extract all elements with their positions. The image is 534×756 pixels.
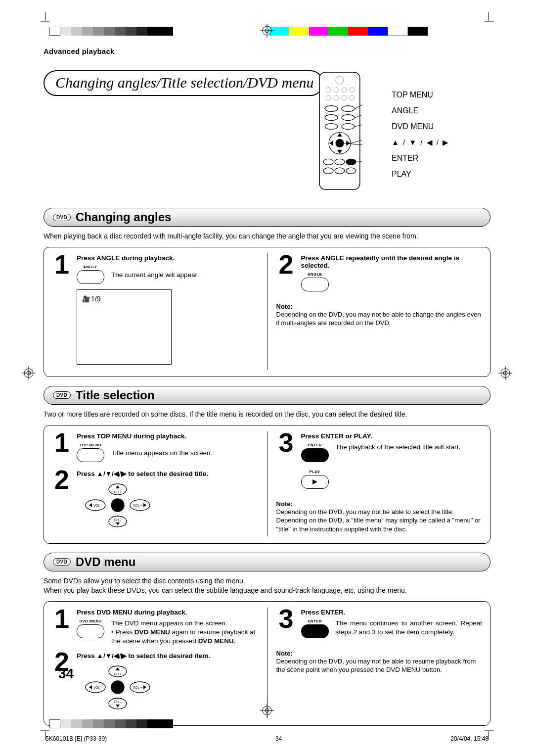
remote-label: ENTER — [392, 152, 449, 164]
crop-mark-icon — [485, 12, 498, 26]
footer-timestamp: 20/4/04, 15:48 — [450, 735, 489, 742]
steps-box: 1 Press DVD MENU during playback. DVD ME… — [44, 601, 490, 726]
top-menu-button-icon: TOP MENU — [77, 443, 104, 464]
section-heading: DVD Changing angles — [44, 208, 490, 227]
svg-text:VOL –: VOL – — [93, 504, 103, 507]
svg-text:VOL –: VOL – — [93, 686, 103, 689]
section-heading: DVD Title selection — [44, 386, 490, 405]
dvd-badge: DVD — [53, 214, 71, 221]
on-screen-display: 1/9 — [77, 289, 172, 365]
step-title: Press ENTER or PLAY. — [301, 432, 483, 440]
steps-box: 1 Press ANGLE during playback. ANGLE The… — [44, 247, 490, 377]
note-heading: Note: — [276, 303, 483, 310]
section-title-selection: DVD Title selection Two or more titles a… — [44, 386, 490, 544]
note-text: Depending on the DVD, you may not be abl… — [276, 508, 483, 534]
section-changing-angles: DVD Changing angles When playing back a … — [44, 208, 490, 377]
step-title: Press ▲/▼/◀/▶ to select the desired titl… — [77, 470, 258, 477]
note-text: Depending on the DVD, you may not be abl… — [276, 310, 483, 328]
section-title: DVD menu — [76, 555, 135, 569]
svg-rect-24 — [319, 72, 360, 189]
svg-point-44 — [346, 159, 356, 165]
section-heading: DVD DVD menu — [44, 553, 490, 571]
remote-control-icon — [317, 70, 362, 191]
step-number: 2 — [52, 651, 72, 713]
remote-label: TOP MENU — [392, 89, 449, 101]
section-header: Advanced playback — [44, 47, 490, 55]
page-content: Advanced playback Changing angles/Title … — [44, 47, 490, 707]
step-number: 1 — [52, 431, 72, 464]
enter-button-icon: ENTER — [301, 443, 329, 464]
svg-text:CH –: CH – — [114, 700, 122, 704]
step-title: Press DVD MENU during playback. — [77, 609, 258, 616]
dvd-badge: DVD — [53, 558, 71, 566]
dvd-menu-button-icon: DVD MENU — [77, 619, 104, 640]
footer-filename: 5K60101B [E] (P33-39) — [45, 735, 107, 742]
crop-mark-icon — [36, 12, 49, 26]
step-number: 1 — [52, 253, 72, 365]
svg-point-41 — [336, 139, 344, 147]
print-footer: 5K60101B [E] (P33-39) 34 20/4/04, 15:48 — [45, 735, 489, 742]
remote-label: DVD MENU — [392, 121, 449, 133]
registration-mark-icon — [22, 366, 36, 380]
grayscale-swatch — [49, 719, 173, 728]
angle-indicator: 1/9 — [82, 295, 100, 303]
section-intro: Two or more titles are recorded on some … — [44, 410, 490, 419]
registration-mark-icon — [260, 24, 274, 38]
page-title: Changing angles/Title selection/DVD menu — [44, 70, 323, 96]
section-title: Title selection — [76, 388, 155, 402]
note-text: Depending on the DVD, you may not be abl… — [276, 657, 483, 674]
step-text: The DVD menu appears on the screen. • Pr… — [111, 619, 258, 646]
section-intro: When playing back a disc recorded with m… — [44, 232, 490, 241]
remote-label: ANGLE — [392, 105, 449, 117]
angle-button-icon: ANGLE — [77, 265, 104, 285]
remote-label-list: TOP MENU ANGLE DVD MENU ▲ / ▼ / ◀ / ▶ EN… — [392, 85, 449, 184]
step-text: The menu continues to another screen. Re… — [336, 619, 483, 637]
section-title: Changing angles — [76, 210, 171, 224]
section-dvd-menu: DVD DVD menu Some DVDs allow you to sele… — [44, 553, 490, 726]
step-text: The playback of the selected title will … — [336, 443, 461, 452]
svg-text:CH +: CH + — [114, 490, 122, 494]
footer-page: 34 — [275, 735, 282, 742]
step-number: 1 — [52, 608, 72, 646]
svg-text:CH +: CH + — [114, 672, 122, 676]
note-heading: Note: — [276, 500, 483, 508]
section-intro: Some DVDs allow you to select the disc c… — [44, 576, 490, 595]
enter-button-icon: ENTER — [301, 619, 329, 640]
dpad-icon: CH + CH – VOL – VOL + — [81, 662, 155, 713]
dvd-badge: DVD — [53, 391, 71, 399]
note-heading: Note: — [276, 650, 483, 657]
registration-mark-icon — [498, 366, 512, 380]
step-text: The current angle will appear. — [111, 271, 199, 280]
svg-point-58 — [111, 499, 124, 512]
step-title: Press ANGLE repeatedly until the desired… — [301, 254, 483, 269]
step-title: Press ENTER. — [301, 609, 483, 616]
grayscale-swatch — [49, 27, 173, 36]
color-swatch — [269, 27, 428, 36]
angle-button-icon: ANGLE — [301, 272, 329, 293]
dpad-icon: CH + CH – VOL – VOL + — [81, 479, 155, 531]
steps-box: 1 Press TOP MENU during playback. TOP ME… — [44, 425, 490, 544]
step-number: 2 — [276, 253, 296, 293]
step-title: Press ANGLE during playback. — [77, 254, 258, 262]
step-number: 3 — [276, 608, 296, 640]
svg-point-67 — [111, 681, 124, 694]
step-title: Press ▲/▼/◀/▶ to select the desired item… — [77, 652, 258, 660]
step-text: Title menu appears on the screen. — [111, 449, 212, 458]
step-title: Press TOP MENU during playback. — [77, 432, 258, 440]
remote-label: PLAY — [392, 168, 449, 180]
svg-text:CH –: CH – — [114, 518, 122, 521]
play-button-icon: PLAY — [301, 470, 329, 490]
step-number: 3 — [276, 431, 296, 490]
svg-text:VOL +: VOL + — [133, 504, 142, 507]
page-number: 34 — [58, 666, 74, 682]
step-number: 2 — [52, 469, 72, 531]
remote-label: ▲ / ▼ / ◀ / ▶ — [392, 137, 449, 148]
svg-text:VOL +: VOL + — [133, 686, 142, 689]
